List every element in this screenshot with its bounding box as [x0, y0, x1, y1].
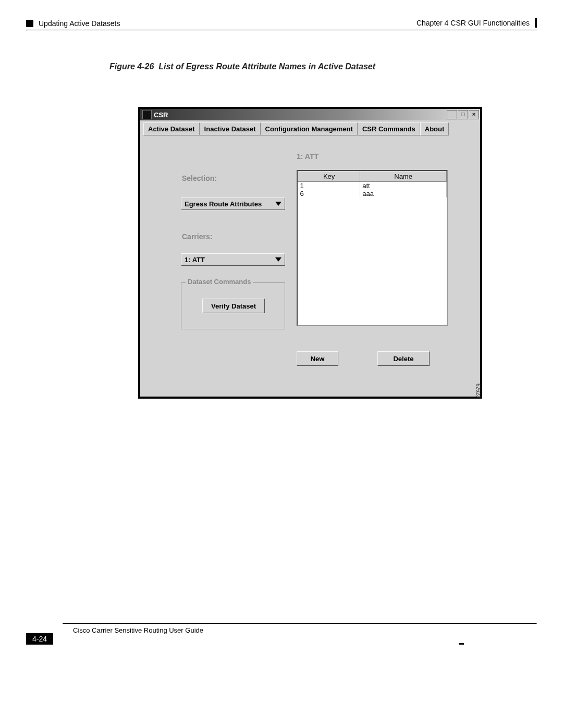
carriers-combo[interactable]: 1: ATT [181, 253, 285, 266]
app-window: CSR _ □ × Active Dataset Inactive Datase… [138, 107, 482, 399]
titlebar: CSR _ □ × [140, 109, 480, 120]
app-icon [142, 110, 152, 119]
col-name[interactable]: Name [360, 171, 447, 182]
figure-image-id: 62623 [475, 384, 481, 398]
cell-key: 6 [298, 190, 360, 198]
menu-about[interactable]: About [420, 122, 449, 135]
table-row[interactable]: 6 aaa [298, 190, 447, 198]
label-selection: Selection: [182, 174, 217, 182]
menu-inactive-dataset[interactable]: Inactive Dataset [200, 122, 261, 135]
header-rule [26, 30, 537, 31]
maximize-button[interactable]: □ [458, 110, 468, 119]
header-chapter: Chapter 4 CSR GUI Functionalities [417, 18, 537, 28]
chevron-down-icon [275, 257, 282, 262]
page-number: 4-24 [26, 633, 53, 645]
header-section: Updating Active Datasets [39, 19, 120, 28]
menu-config-mgmt[interactable]: Configuration Management [261, 122, 358, 135]
corner-tick [459, 643, 464, 645]
attributes-table[interactable]: Key Name 1 att 6 aaa [297, 170, 448, 326]
figure-title: List of Egress Route Attribute Names in … [158, 62, 375, 71]
carriers-combo-value: 1: ATT [185, 256, 205, 264]
figure-label: Figure 4-26 [109, 62, 154, 71]
figure-caption: Figure 4-26 List of Egress Route Attribu… [109, 62, 537, 71]
menubar: Active Dataset Inactive Dataset Configur… [140, 120, 480, 138]
selection-combo[interactable]: Egress Route Attributes [181, 198, 285, 210]
header-marker [26, 20, 33, 27]
cell-key: 1 [298, 182, 360, 190]
footer-rule [63, 623, 537, 624]
app-title: CSR [154, 111, 168, 119]
verify-dataset-button[interactable]: Verify Dataset [202, 299, 265, 313]
dataset-commands-legend: Dataset Commands [186, 278, 253, 286]
cell-name: aaa [360, 190, 447, 198]
menu-active-dataset[interactable]: Active Dataset [143, 122, 200, 135]
new-button[interactable]: New [297, 351, 338, 366]
delete-button[interactable]: Delete [377, 351, 430, 366]
footer-guide: Cisco Carrier Sensitive Routing User Gui… [73, 626, 537, 634]
section-title: 1: ATT [297, 152, 319, 161]
selection-combo-value: Egress Route Attributes [185, 200, 262, 208]
dataset-commands-group: Dataset Commands Verify Dataset [181, 282, 285, 329]
col-key[interactable]: Key [298, 171, 360, 182]
table-row[interactable]: 1 att [298, 182, 447, 190]
chevron-down-icon [275, 202, 282, 206]
cell-name: att [360, 182, 447, 190]
minimize-button[interactable]: _ [447, 110, 457, 119]
menu-csr-commands[interactable]: CSR Commands [358, 122, 420, 135]
close-button[interactable]: × [469, 110, 479, 119]
label-carriers: Carriers: [182, 232, 212, 241]
